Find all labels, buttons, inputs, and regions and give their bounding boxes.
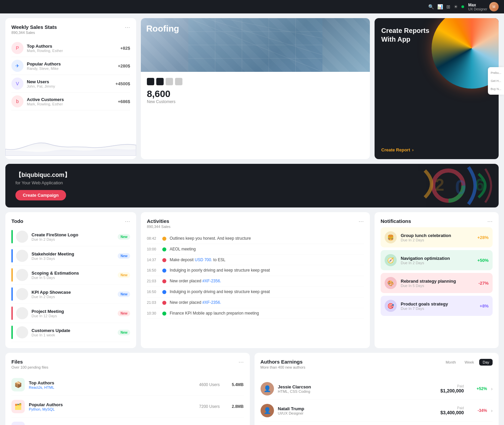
notif-pct: +8% (480, 303, 489, 309)
topbar-icons: 🔍 📊 ⊞ ☀ (428, 4, 464, 9)
earnings-tabs: Month Week Day (442, 359, 493, 366)
stat-items: P Top Authors Mark, Rowling, Esther +82$… (11, 39, 130, 110)
side-item-geth[interactable]: Get H... (490, 78, 502, 84)
user-avatar[interactable]: M (489, 2, 499, 11)
tab-week[interactable]: Week (461, 359, 478, 366)
tab-day[interactable]: Day (479, 359, 493, 366)
notif-icon: 🎨 (385, 277, 397, 289)
activity-item: 21:03 New order placed #XF-2356. (147, 276, 364, 287)
stat-value: +686$ (118, 99, 130, 104)
todo-due: Due In 2 Days (32, 237, 118, 241)
file-tags: Python, MySQL (29, 407, 192, 411)
side-item-buyn[interactable]: Buy N... (490, 86, 502, 92)
stat-sub: Randy, Steve, Mike (27, 66, 118, 70)
notif-info: Group lunch celebration Due In 2 Days (401, 233, 473, 242)
todo-info: KPI App Showcase Due In 2 Days (32, 290, 118, 299)
notif-name: Rebrand strategy planning (401, 279, 474, 284)
topbar: 🔍 📊 ⊞ ☀ Max UX Designer M (0, 0, 504, 13)
files-menu[interactable]: ⋯ (238, 359, 244, 365)
notifications-menu[interactable]: ⋯ (487, 218, 493, 225)
nc-box-dark2 (156, 78, 164, 85)
stat-sub: Mark, Rowling, Esther (27, 102, 118, 106)
todo-due: Due In 3 Days (32, 256, 118, 261)
activity-dot (162, 290, 166, 294)
file-name: Top Authors (29, 380, 192, 385)
activity-link[interactable]: #XF-2356. (202, 279, 221, 283)
activity-time: 10:00 (147, 246, 159, 251)
todo-badge: New (118, 291, 130, 297)
authors-earnings-title: Authors Earnings (261, 359, 305, 365)
todo-avatar (16, 250, 28, 262)
reports-title: Create ReportsWith App (381, 26, 492, 44)
roofing-title: Roofing (146, 23, 179, 34)
stat-name: Active Customers (27, 97, 118, 102)
nc-label: New Customers (147, 99, 364, 104)
activity-item: 10:00 AEOL meeting (147, 244, 364, 255)
notif-due: Due In 2 Days (401, 261, 473, 265)
file-items: 📦 Top Authors ReactJs, HTML 4600 Users 5… (11, 374, 244, 425)
stat-icon: b (11, 95, 23, 107)
notif-info: Product goals strategy Due In 7 Days (401, 301, 476, 311)
notif-icon: 🍔 (385, 231, 397, 243)
notif-pct: -27% (479, 281, 489, 286)
activity-link[interactable]: #XF-2356. (202, 300, 221, 305)
activity-dot (162, 312, 166, 316)
todo-item: Scoping & Estimations Due In 5 Days New (11, 266, 130, 285)
activity-item: 16:50 Indulging in poorly driving and ke… (147, 265, 364, 276)
todo-bar (11, 306, 13, 320)
activity-time: 21:03 (147, 300, 159, 304)
todo-bar (11, 326, 13, 339)
row2: 【biqubiquc.com】 for Your Web Application… (5, 164, 499, 207)
nc-count: 8,600 (147, 89, 364, 99)
activity-item: 10:30 Finance KPI Mobile app launch prep… (147, 308, 364, 319)
author-chevron-icon[interactable]: › (491, 386, 493, 391)
search-icon[interactable]: 🔍 (428, 4, 434, 9)
activity-link[interactable]: USD 700. (195, 257, 212, 262)
todo-avatar (16, 288, 28, 300)
files-subtitle: Over 100 pending files (11, 365, 48, 369)
campaign-banner: 【biqubiquc.com】 for Your Web Application… (5, 164, 499, 207)
activity-dot (162, 301, 166, 305)
stat-info: New Users John, Pat, Jimmy (27, 79, 115, 88)
todo-avatar (16, 231, 28, 243)
author-chevron-icon[interactable]: › (491, 408, 493, 413)
tab-month[interactable]: Month (442, 359, 459, 366)
file-info: Popular Authors Python, MySQL (29, 402, 192, 411)
activity-text: Outlines keep you honest. And keep struc… (170, 236, 364, 241)
author-role: HTML, CSS Coding (278, 389, 437, 393)
stat-name: Top Authors (27, 44, 120, 49)
file-name: New Users (29, 424, 192, 425)
file-icon: 👤 (11, 422, 25, 425)
user-role: UX Designer (468, 7, 487, 11)
todo-badge: New (118, 272, 130, 278)
stat-item: V New Users John, Pat, Jimmy +4500$ (11, 75, 130, 93)
activity-dot (162, 269, 166, 273)
author-earnings: Paid $1,200,000 (440, 384, 464, 393)
todo-name: Create FireStone Logo (32, 232, 118, 237)
create-campaign-button[interactable]: Create Campaign (15, 190, 66, 200)
side-panel: Prebu... Get H... Buy N... (488, 67, 504, 95)
main-content: Weekly Sales Stats 890,344 Sales ⋯ P Top… (0, 13, 504, 425)
todo-card: Todo ⋯ Create FireStone Logo Due In 2 Da… (5, 212, 136, 348)
chart-icon[interactable]: 📊 (437, 4, 443, 9)
todo-due: Due In 12 Days (32, 314, 118, 318)
todo-name: KPI App Showcase (32, 290, 118, 295)
sun-icon[interactable]: ☀ (454, 4, 458, 9)
weekly-sales-menu[interactable]: ⋯ (125, 24, 130, 31)
grid-icon[interactable]: ⊞ (446, 4, 450, 9)
todo-badge: New (118, 234, 130, 240)
row4: Files Over 100 pending files ⋯ 📦 Top Aut… (5, 353, 499, 425)
file-tags: ReactJs, HTML (29, 385, 192, 389)
activity-time: 16:50 (147, 268, 159, 272)
notif-item: 🎨 Rebrand strategy planning Due In 5 Day… (381, 273, 493, 293)
files-card: Files Over 100 pending files ⋯ 📦 Top Aut… (5, 353, 250, 425)
author-item: 👤 Kevin Leonard Art Director Paid $35,60… (261, 422, 493, 425)
todo-item: Customers Update Due In 1 week New (11, 323, 130, 342)
side-item-prebu[interactable]: Prebu... (490, 70, 502, 76)
todo-menu[interactable]: ⋯ (125, 218, 130, 225)
file-users: 7200 Users (196, 404, 223, 409)
notif-name: Group lunch celebration (401, 233, 473, 238)
stat-icon: V (11, 78, 23, 90)
nc-boxes (147, 78, 364, 85)
activities-menu[interactable]: ⋯ (358, 218, 364, 225)
